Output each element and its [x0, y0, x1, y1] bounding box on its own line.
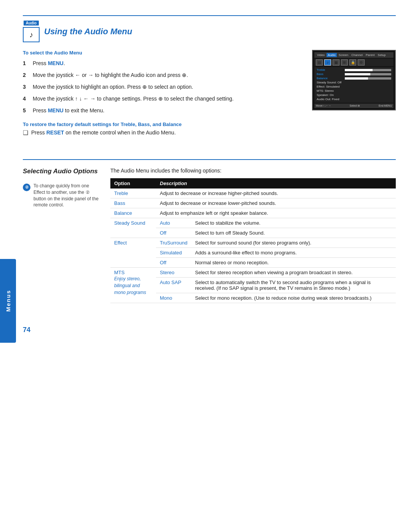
top-instructions-section: To select the Audio Menu 1 Press MENU. 2…: [23, 50, 396, 148]
tv-icon-3: ▦: [333, 59, 339, 66]
desc-simulated: Adds a surround-like effect to mono prog…: [191, 248, 396, 258]
bass-bar: [345, 73, 391, 75]
step-2: 2 Move the joystick ← or → to highlight …: [23, 71, 304, 79]
tv-screen-preview: Video Audio Screen Channel Parent Setup …: [312, 50, 396, 148]
tv-content-area: Treble Bass Balance: [314, 67, 393, 103]
sidebar-menus-tab: Menus: [0, 259, 16, 343]
musical-note-icon: ♪: [29, 30, 33, 39]
tv-icon-4: ⊞: [341, 59, 348, 66]
sub-auto-sap: Auto SAP: [156, 278, 191, 293]
tv-menu-setup: Setup: [377, 53, 387, 57]
menu-keyword-1: MENU: [48, 60, 64, 66]
step-3: 3 Move the joystick to highlight an opti…: [23, 83, 304, 91]
audio-options-section: Selecting Audio Options ② To change quic…: [23, 168, 396, 303]
table-row: MTS Enjoy stereo,bilingual andmono progr…: [110, 268, 396, 278]
tv-row-steady-sound: Steady Sound: Off: [317, 81, 391, 84]
factory-reset-text: Press RESET on the remote control when i…: [31, 129, 176, 136]
tv-menu-video: Video: [316, 53, 326, 57]
step-5: 5 Press MENU to exit the Menu.: [23, 107, 304, 115]
desc-balance: Adjust to emphasize left or right speake…: [156, 208, 396, 218]
option-steady-sound: Steady Sound: [110, 218, 156, 238]
section-divider: [23, 159, 396, 160]
table-row: Balance Adjust to emphasize left or righ…: [110, 208, 396, 218]
desc-mono: Select for mono reception. (Use to reduc…: [191, 293, 396, 303]
sub-stereo: Stereo: [156, 268, 191, 278]
desc-treble: Adjust to decrease or increase higher-pi…: [156, 189, 396, 198]
step-1: 1 Press MENU.: [23, 59, 304, 67]
right-column: The Audio Menu includes the following op…: [110, 168, 396, 303]
tv-nav-move: Move:↑↓←→: [316, 104, 331, 107]
select-audio-subtitle: To select the Audio Menu: [23, 50, 304, 56]
tv-icon-1: ▤: [316, 59, 323, 66]
tv-row-treble: Treble: [317, 68, 391, 72]
tv-icons-row: ▤ ♪ ▦ ⊞ 🔒 ⚙: [314, 59, 393, 66]
sub-effect-off: Off: [156, 258, 191, 268]
option-effect: Effect: [110, 238, 156, 268]
tv-nav-bar: Move:↑↓←→ Select:⊕ End:MENU: [314, 104, 393, 108]
tv-nav-end: End:MENU: [379, 104, 392, 107]
table-header: Option Description: [110, 178, 396, 189]
note-text: To change quickly from one Effect to ano…: [33, 183, 99, 208]
tv-row-effect: Effect: Simulated: [317, 85, 391, 88]
tv-menu-channel: Channel: [350, 53, 364, 57]
tv-menu-screen: Screen: [338, 53, 349, 57]
steps-list: 1 Press MENU. 2 Move the joystick ← or →…: [23, 59, 304, 115]
sidebar-label: Menus: [5, 290, 11, 312]
options-table: Option Description Treble Adjust to decr…: [110, 178, 396, 303]
reset-keyword: RESET: [46, 129, 64, 136]
note-icon: ②: [23, 184, 30, 191]
col-header-description: Description: [156, 178, 396, 189]
option-bass: Bass: [110, 198, 156, 208]
option-treble: Treble: [110, 189, 156, 198]
selecting-title: Selecting Audio Options: [23, 168, 99, 175]
desc-effect-off: Normal stereo or mono reception.: [191, 258, 396, 268]
tv-row-speaker: Speaker: On: [317, 93, 391, 97]
factory-reset-section: To restore the factory default settings …: [23, 121, 304, 136]
tv-row-bass: Bass: [317, 72, 391, 76]
desc-auto-sap: Select to automatically switch the TV to…: [191, 278, 396, 293]
audio-icon: ♪: [23, 27, 40, 42]
sub-mono: Mono: [156, 293, 191, 303]
tv-screen: Video Audio Screen Channel Parent Setup …: [312, 50, 396, 110]
option-balance: Balance: [110, 208, 156, 218]
section-header: Audio ♪ Using the Audio Menu: [23, 15, 396, 42]
tv-row-mts: MTS: Stereo: [317, 89, 391, 93]
table-row: Steady Sound Auto Select to stabilize th…: [110, 218, 396, 228]
table-row: Treble Adjust to decrease or increase hi…: [110, 189, 396, 198]
tv-icon-audio: ♪: [324, 59, 331, 66]
sub-steady-off: Off: [156, 228, 191, 238]
factory-reset-note: ❑ Press RESET on the remote control when…: [23, 129, 304, 136]
tv-icon-5: 🔒: [349, 59, 356, 66]
factory-reset-title: To restore the factory default settings …: [23, 121, 304, 127]
audio-icon-area: Audio ♪: [23, 21, 40, 42]
desc-bass: Adjust to decrease or increase lower-pit…: [156, 198, 396, 208]
audio-badge: Audio: [24, 21, 39, 26]
instructions-column: To select the Audio Menu 1 Press MENU. 2…: [23, 50, 304, 148]
intro-text: The Audio Menu includes the following op…: [110, 168, 396, 174]
desc-stereo: Select for stereo reception when viewing…: [191, 268, 396, 278]
menu-keyword-2: MENU: [48, 107, 64, 113]
page-title: Using the Audio Menu: [44, 27, 132, 37]
tv-row-audio-out: Audio Out: Fixed: [317, 97, 391, 101]
checkbox-bullet-icon: ❑: [23, 129, 28, 136]
tv-menu-audio: Audio: [327, 53, 336, 57]
tv-menu-bar: Video Audio Screen Channel Parent Setup: [314, 52, 393, 58]
desc-steady-off: Select to turn off Steady Sound.: [191, 228, 396, 238]
table-body: Treble Adjust to decrease or increase hi…: [110, 189, 396, 303]
tv-row-balance: Balance: [317, 77, 391, 80]
sub-trusurround: TruSurround: [156, 238, 191, 248]
step-4: 4 Move the joystick ↑ ↓ ← → to change se…: [23, 95, 304, 103]
note-box: ② To change quickly from one Effect to a…: [23, 183, 99, 208]
tv-nav-select: Select:⊕: [350, 104, 360, 107]
sub-auto: Auto: [156, 218, 191, 228]
page-number: 74: [23, 326, 396, 334]
left-column: Selecting Audio Options ② To change quic…: [23, 168, 99, 303]
option-mts: MTS Enjoy stereo,bilingual andmono progr…: [110, 268, 156, 303]
desc-trusurround: Select for surround sound (for stereo pr…: [191, 238, 396, 248]
balance-bar: [345, 77, 391, 80]
treble-bar: [345, 69, 391, 71]
tv-menu-parent: Parent: [365, 53, 376, 57]
col-header-option: Option: [110, 178, 156, 189]
table-row: Bass Adjust to decrease or increase lowe…: [110, 198, 396, 208]
table-row: Effect TruSurround Select for surround s…: [110, 238, 396, 248]
